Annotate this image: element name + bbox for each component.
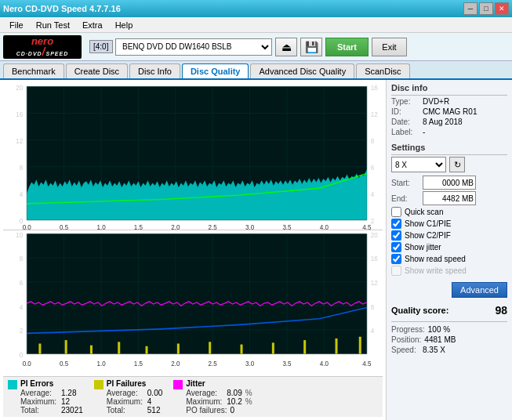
svg-rect-64	[272, 342, 274, 353]
svg-rect-61	[177, 343, 180, 353]
exit-button[interactable]: Exit	[372, 38, 407, 56]
svg-text:3.5: 3.5	[282, 360, 292, 368]
svg-text:4: 4	[371, 190, 375, 198]
read-speed-checkbox[interactable]	[391, 254, 401, 264]
c2pif-label: Show C2/PIF	[405, 231, 451, 240]
minimize-button[interactable]: ─	[463, 2, 478, 15]
bottom-chart-svg: 10 8 6 4 2 0 20 16 12 8 4 0.0 0.5 1.0 1.…	[3, 230, 383, 376]
tab-create-disc[interactable]: Create Disc	[66, 63, 128, 78]
settings-title: Settings	[391, 143, 507, 152]
top-chart: 20 16 12 8 4 0 16 12 8 6 4 2 0.0 0.5 1.0…	[3, 83, 383, 230]
speed-value: 8.35 X	[423, 346, 445, 354]
svg-text:4: 4	[20, 190, 24, 198]
svg-rect-60	[146, 346, 148, 354]
svg-text:8: 8	[20, 255, 24, 262]
tab-advanced-disc-quality[interactable]: Advanced Disc Quality	[250, 63, 354, 78]
main-content: 20 16 12 8 4 0 16 12 8 6 4 2 0.0 0.5 1.0…	[0, 80, 512, 420]
menu-extra[interactable]: Extra	[76, 19, 109, 31]
svg-text:2.0: 2.0	[171, 223, 180, 230]
start-label: Start:	[391, 179, 419, 187]
svg-rect-39	[27, 234, 367, 353]
drive-combo[interactable]: BENQ DVD DD DW1640 BSLB	[115, 38, 272, 56]
window-controls: ─ □ ✕	[463, 2, 509, 15]
jitter-checkbox[interactable]	[391, 242, 401, 252]
svg-text:1.5: 1.5	[134, 223, 143, 230]
pi-errors-label: PI Errors	[20, 379, 83, 388]
svg-rect-62	[209, 342, 211, 353]
svg-text:2.5: 2.5	[209, 223, 217, 230]
pi-failures-max-value: 4	[147, 397, 152, 406]
speed-label: Speed:	[391, 346, 419, 354]
svg-text:12: 12	[371, 279, 378, 287]
svg-text:6: 6	[371, 164, 375, 172]
pi-failures-max-label: Maximum:	[107, 397, 144, 406]
pi-failures-avg-label: Average:	[107, 389, 144, 397]
svg-text:4: 4	[20, 302, 24, 310]
svg-rect-66	[336, 339, 338, 354]
svg-text:1.5: 1.5	[134, 360, 143, 368]
tab-benchmark[interactable]: Benchmark	[3, 63, 64, 78]
refresh-button[interactable]: ↻	[449, 157, 465, 172]
chart-area: 20 16 12 8 4 0 16 12 8 6 4 2 0.0 0.5 1.0…	[0, 80, 387, 420]
write-speed-label: Show write speed	[405, 266, 467, 275]
menu-file[interactable]: File	[3, 19, 30, 31]
pi-errors-max-label: Maximum:	[20, 397, 58, 406]
jitter-stats: Jitter Average: 8.09 % Maximum: 10.2 % P…	[173, 379, 252, 415]
c2pif-checkbox[interactable]	[391, 230, 401, 241]
drive-selector: [4:0] BENQ DVD DD DW1640 BSLB	[89, 38, 272, 56]
menu-help[interactable]: Help	[109, 19, 140, 31]
svg-text:1.0: 1.0	[96, 223, 105, 230]
quick-scan-label: Quick scan	[405, 208, 443, 216]
quality-score-value: 98	[495, 304, 507, 317]
svg-rect-57	[65, 340, 67, 354]
jitter-avg-unit: %	[245, 389, 252, 397]
tab-scan-disc[interactable]: ScanDisc	[356, 63, 409, 78]
end-label: End:	[391, 194, 419, 203]
svg-text:4.5: 4.5	[362, 360, 372, 368]
svg-text:0.0: 0.0	[23, 360, 32, 368]
end-input[interactable]	[423, 191, 476, 205]
window-title: Nero CD-DVD Speed 4.7.7.16	[3, 4, 121, 13]
disc-info-section: Disc info Type: DVD+R ID: CMC MAG R01 Da…	[391, 83, 507, 136]
close-button[interactable]: ✕	[495, 2, 509, 15]
jitter-label: Jitter	[186, 379, 252, 388]
maximize-button[interactable]: □	[479, 2, 493, 15]
c1pie-checkbox[interactable]	[391, 219, 401, 229]
menu-run-test[interactable]: Run Test	[30, 19, 76, 31]
c1pie-label: Show C1/PIE	[405, 219, 451, 228]
jitter-po-value: 0	[231, 406, 235, 415]
start-input[interactable]	[423, 176, 476, 190]
svg-text:12: 12	[371, 110, 378, 118]
disc-label-value: -	[423, 128, 425, 136]
nero-logo: nero CD·DVD/SPEED	[3, 35, 82, 59]
eject-button[interactable]: ⏏	[275, 38, 297, 56]
jitter-max-unit: %	[245, 397, 252, 406]
svg-rect-63	[241, 345, 243, 354]
tab-disc-quality[interactable]: Disc Quality	[182, 63, 249, 78]
svg-text:2.5: 2.5	[209, 360, 218, 368]
pi-errors-stats: PI Errors Average: 1.28 Maximum: 12 Tota…	[8, 379, 83, 415]
speed-selector[interactable]: 8 X	[391, 157, 446, 172]
svg-text:12: 12	[16, 137, 23, 145]
svg-text:20: 20	[16, 83, 23, 91]
quick-scan-checkbox[interactable]	[391, 207, 401, 217]
pi-failures-stats: PI Failures Average: 0.00 Maximum: 4 Tot…	[94, 379, 162, 415]
save-button[interactable]: 💾	[300, 38, 322, 56]
type-value: DVD+R	[423, 97, 449, 106]
svg-text:0.5: 0.5	[60, 360, 69, 368]
jitter-max-label: Maximum:	[186, 397, 223, 406]
menu-bar: File Run Test Extra Help	[0, 17, 512, 33]
write-speed-checkbox[interactable]	[391, 266, 401, 276]
pi-errors-total-value: 23021	[61, 406, 83, 415]
advanced-button[interactable]: Advanced	[452, 282, 507, 298]
start-button[interactable]: Start	[325, 38, 369, 56]
id-value: CMC MAG R01	[423, 107, 477, 116]
svg-text:6: 6	[20, 279, 24, 287]
progress-value: 100 %	[428, 325, 450, 334]
svg-rect-67	[359, 337, 361, 354]
pi-errors-avg-label: Average:	[20, 389, 58, 397]
tab-disc-info[interactable]: Disc Info	[129, 63, 180, 78]
type-label: Type:	[391, 97, 419, 106]
date-value: 8 Aug 2018	[423, 118, 463, 126]
read-speed-label: Show read speed	[405, 255, 466, 263]
